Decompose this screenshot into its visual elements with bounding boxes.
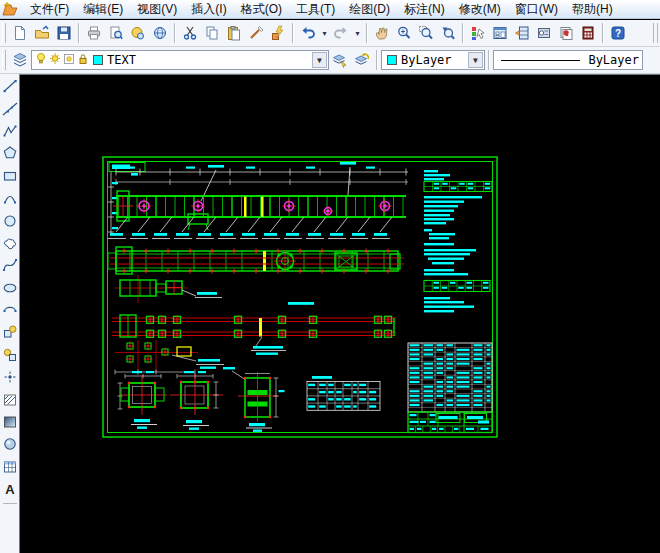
copy-button[interactable] xyxy=(201,22,223,44)
design-center-icon xyxy=(492,25,508,41)
sun-icon[interactable] xyxy=(49,52,61,69)
pan-button[interactable] xyxy=(371,22,393,44)
help-button[interactable]: ? xyxy=(607,22,629,44)
color-combo[interactable]: ByLayer ▼ xyxy=(381,50,485,70)
markup-set-manager-button[interactable] xyxy=(555,22,577,44)
cut-button[interactable] xyxy=(179,22,201,44)
layer-previous-button[interactable] xyxy=(351,49,373,71)
layers-button[interactable] xyxy=(9,49,31,71)
block-editor-icon xyxy=(270,25,286,41)
redo-button[interactable] xyxy=(330,22,352,44)
app-logo-icon xyxy=(2,1,18,17)
polygon-tool[interactable] xyxy=(0,142,19,164)
arc-icon xyxy=(2,190,18,206)
line-tool[interactable] xyxy=(0,75,19,97)
linetype-combo[interactable]: ByLayer xyxy=(493,50,643,70)
gradient-tool[interactable] xyxy=(0,411,19,433)
tool-palettes-button[interactable] xyxy=(511,22,533,44)
ellipse-arc-tool[interactable] xyxy=(0,299,19,321)
open-folder-icon xyxy=(34,25,50,41)
drawing-canvas[interactable] xyxy=(20,74,660,553)
lock-icon[interactable] xyxy=(77,52,89,69)
menu-item-view[interactable]: 视图(V) xyxy=(130,0,184,19)
toolbar-separator xyxy=(602,23,604,43)
zoom-window-button[interactable] xyxy=(415,22,437,44)
pan-icon xyxy=(374,25,390,41)
polyline-tool[interactable] xyxy=(0,120,19,142)
spline-tool[interactable] xyxy=(0,254,19,276)
zoom-realtime-button[interactable] xyxy=(393,22,415,44)
save-button[interactable] xyxy=(53,22,75,44)
open-button[interactable] xyxy=(31,22,53,44)
toolbar-grip[interactable] xyxy=(2,50,6,70)
linetype-sample xyxy=(501,60,580,61)
hatch-icon xyxy=(2,392,18,408)
draw-toolbar: A xyxy=(0,74,20,553)
undo-button[interactable] xyxy=(297,22,319,44)
publish-to-web-button[interactable] xyxy=(149,22,171,44)
make-block-tool[interactable] xyxy=(0,344,19,366)
quick-calc-button[interactable] xyxy=(577,22,599,44)
construction-line-icon xyxy=(2,101,18,117)
block-editor-button[interactable] xyxy=(267,22,289,44)
viewport-sun-icon[interactable] xyxy=(63,52,75,69)
print-icon xyxy=(86,25,102,41)
circle-icon xyxy=(2,213,18,229)
hatch-tool[interactable] xyxy=(0,388,19,410)
new-button[interactable] xyxy=(9,22,31,44)
toolbar-separator xyxy=(78,23,80,43)
revision-cloud-tool[interactable] xyxy=(0,232,19,254)
paste-button[interactable] xyxy=(223,22,245,44)
print-button[interactable] xyxy=(83,22,105,44)
menu-item-dimension[interactable]: 标注(N) xyxy=(397,0,452,19)
lightbulb-icon[interactable] xyxy=(35,52,47,69)
sheet-set-manager-button[interactable] xyxy=(533,22,555,44)
zoom-previous-button[interactable] xyxy=(437,22,459,44)
insert-block-tool[interactable] xyxy=(0,321,19,343)
toolbar-end-grip[interactable] xyxy=(653,23,658,43)
cut-icon xyxy=(182,25,198,41)
arc-tool[interactable] xyxy=(0,187,19,209)
toolbar-grip[interactable] xyxy=(2,23,6,43)
properties-toolbar: TEXT ▼ ByLayer ▼ ByLayer xyxy=(0,47,660,74)
menu-item-format[interactable]: 格式(O) xyxy=(234,0,289,19)
point-icon xyxy=(2,369,18,385)
rectangle-icon xyxy=(2,168,18,184)
undo-list-button[interactable]: ▾ xyxy=(319,22,330,44)
make-block-icon xyxy=(2,347,18,363)
color-combo-dropdown[interactable]: ▼ xyxy=(468,52,483,68)
redo-icon xyxy=(333,25,349,41)
make-object-layer-current-button[interactable] xyxy=(329,49,351,71)
menu-item-draw[interactable]: 绘图(D) xyxy=(342,0,397,19)
polyline-icon xyxy=(2,123,18,139)
match-properties-button[interactable] xyxy=(245,22,267,44)
construction-line-tool[interactable] xyxy=(0,97,19,119)
redo-list-button[interactable]: ▾ xyxy=(352,22,363,44)
layer-combo[interactable]: TEXT ▼ xyxy=(31,50,329,70)
menu-item-tools[interactable]: 工具(T) xyxy=(289,0,342,19)
table-tool[interactable] xyxy=(0,456,19,478)
properties-button[interactable] xyxy=(467,22,489,44)
menu-item-help[interactable]: 帮助(H) xyxy=(565,0,620,19)
menu-item-modify[interactable]: 修改(M) xyxy=(452,0,508,19)
design-center-button[interactable] xyxy=(489,22,511,44)
publish-button[interactable] xyxy=(127,22,149,44)
undo-icon xyxy=(300,25,316,41)
multiline-text-tool[interactable]: A xyxy=(0,478,19,500)
print-preview-icon xyxy=(108,25,124,41)
menu-item-file[interactable]: 文件(F) xyxy=(23,0,76,19)
region-icon xyxy=(2,436,18,452)
menu-item-insert[interactable]: 插入(I) xyxy=(184,0,233,19)
sheet-set-icon xyxy=(536,25,552,41)
circle-tool[interactable] xyxy=(0,209,19,231)
layer-combo-dropdown[interactable]: ▼ xyxy=(312,52,327,68)
toolbar-separator xyxy=(174,23,176,43)
rectangle-tool[interactable] xyxy=(0,165,19,187)
region-tool[interactable] xyxy=(0,433,19,455)
copy-icon xyxy=(204,25,220,41)
menu-item-edit[interactable]: 编辑(E) xyxy=(76,0,130,19)
point-tool[interactable] xyxy=(0,366,19,388)
menu-item-window[interactable]: 窗口(W) xyxy=(508,0,565,19)
ellipse-tool[interactable] xyxy=(0,277,19,299)
print-preview-button[interactable] xyxy=(105,22,127,44)
